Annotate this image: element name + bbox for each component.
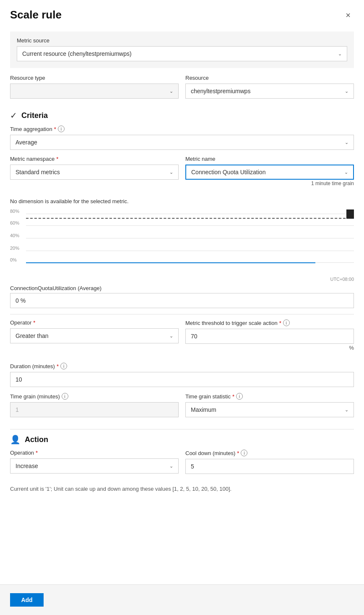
- resource-label: Resource: [185, 75, 354, 81]
- time-aggregation-required: *: [54, 126, 56, 132]
- chart-black-fill: [346, 209, 354, 219]
- metric-source-label: Metric source: [17, 37, 347, 44]
- chart-blue-line: [26, 262, 315, 263]
- time-grain-statistic-group: Time grain statistic * i Maximum ⌄: [185, 393, 354, 417]
- chart-gridline-80: [26, 214, 354, 214]
- time-aggregation-info-icon[interactable]: i: [58, 126, 65, 132]
- time-grain-minutes-info-icon[interactable]: i: [62, 393, 68, 400]
- cooldown-input[interactable]: [185, 459, 354, 474]
- cooldown-group: Cool down (minutes) * i: [185, 450, 354, 474]
- operator-required: *: [33, 319, 35, 326]
- chart-gridline-60: [26, 225, 354, 226]
- time-grain-statistic-chevron-icon: ⌄: [345, 407, 348, 413]
- threshold-label: Metric threshold to trigger scale action…: [185, 319, 354, 326]
- duration-required: *: [57, 363, 59, 369]
- chart-gridline-20: [26, 251, 354, 251]
- metric-value-label: ConnectionQuotaUtilization (Average): [10, 285, 354, 291]
- metric-value-input[interactable]: [10, 293, 354, 308]
- operation-select[interactable]: Increase ⌄: [10, 458, 179, 474]
- time-grain-statistic-select[interactable]: Maximum ⌄: [185, 402, 354, 417]
- resource-group: Resource chenyltestpremiumwps ⌄: [185, 75, 354, 99]
- chart-label-40: 40%: [10, 233, 19, 238]
- time-grain-minutes-input[interactable]: [10, 402, 179, 417]
- chart-dashed-line: [26, 218, 354, 219]
- no-dimension-message: No dimension is available for the select…: [10, 198, 354, 204]
- close-button[interactable]: ×: [342, 9, 354, 21]
- panel-title: Scale rule: [10, 8, 62, 21]
- time-grain-statistic-info-icon[interactable]: i: [236, 393, 243, 400]
- duration-info-icon[interactable]: i: [60, 363, 67, 369]
- chart-label-0: 0%: [10, 257, 17, 262]
- resource-chevron-icon: ⌄: [345, 89, 348, 94]
- time-aggregation-select[interactable]: Average ⌄: [10, 135, 354, 150]
- metric-namespace-select[interactable]: Standard metrics ⌄: [10, 165, 179, 180]
- resource-type-group: Resource type ⌄: [10, 75, 179, 99]
- chart-label-60: 60%: [10, 220, 19, 225]
- metric-value-group: ConnectionQuotaUtilization (Average): [10, 285, 354, 308]
- resource-select[interactable]: chenyltestpremiumwps ⌄: [185, 84, 354, 99]
- metric-namespace-group: Metric namespace * Standard metrics ⌄: [10, 156, 179, 186]
- operator-select[interactable]: Greater than ⌄: [10, 328, 179, 343]
- metric-name-chevron-icon: ⌄: [344, 170, 348, 175]
- time-aggregation-label: Time aggregation * i: [10, 126, 354, 132]
- utc-label: UTC+08:00: [10, 277, 354, 282]
- scale-rule-panel: Scale rule × Metric source Current resou…: [0, 0, 364, 615]
- operator-threshold-row: Operator * Greater than ⌄ Metric thresho…: [10, 319, 354, 357]
- metric-name-group: Metric name Connection Quota Utilization…: [185, 156, 354, 186]
- cooldown-info-icon[interactable]: i: [241, 450, 247, 456]
- chart-label-20: 20%: [10, 246, 19, 251]
- footer-bar: Add: [0, 584, 364, 615]
- hint-text: Current unit is '1'; Unit can scale up a…: [10, 486, 354, 492]
- action-title: Action: [25, 435, 48, 444]
- metric-name-select[interactable]: Connection Quota Utilization ⌄: [185, 165, 354, 180]
- threshold-group: Metric threshold to trigger scale action…: [185, 319, 354, 351]
- resource-type-label: Resource type: [10, 75, 179, 81]
- threshold-required: *: [279, 320, 281, 326]
- time-grain-minutes-group: Time grain (minutes) i: [10, 393, 179, 417]
- duration-input[interactable]: [10, 372, 354, 387]
- time-grain-minutes-label: Time grain (minutes) i: [10, 393, 179, 400]
- threshold-info-icon[interactable]: i: [283, 319, 290, 326]
- time-aggregation-group: Time aggregation * i Average ⌄: [10, 126, 354, 150]
- chart-area: 80% 60% 40% 20%: [10, 208, 354, 267]
- metric-namespace-label: Metric namespace *: [10, 156, 179, 162]
- metric-namespace-chevron-icon: ⌄: [169, 170, 173, 175]
- criteria-icon: ✓: [10, 110, 17, 120]
- metric-source-section: Metric source Current resource (chenylte…: [10, 31, 354, 68]
- operation-group: Operation * Increase ⌄: [10, 450, 179, 474]
- chart-label-80: 80%: [10, 209, 19, 214]
- criteria-section: ✓ Criteria Time aggregation * i Average …: [10, 110, 354, 423]
- add-button[interactable]: Add: [10, 593, 44, 607]
- operator-chevron-icon: ⌄: [169, 333, 173, 339]
- operation-label: Operation *: [10, 450, 179, 456]
- metric-namespace-required: *: [56, 156, 58, 162]
- resource-type-select[interactable]: ⌄: [10, 84, 179, 99]
- resource-type-chevron-icon: ⌄: [169, 89, 173, 94]
- cooldown-required: *: [237, 450, 239, 456]
- divider-2: [10, 429, 354, 429]
- action-icon: 👤: [10, 434, 21, 445]
- criteria-header: ✓ Criteria: [10, 110, 354, 120]
- metric-namespace-row: Metric namespace * Standard metrics ⌄ Me…: [10, 156, 354, 192]
- time-grain-note: 1 minute time grain: [185, 181, 354, 186]
- panel-header: Scale rule ×: [0, 0, 364, 28]
- duration-label: Duration (minutes) * i: [10, 363, 354, 369]
- metric-source-select[interactable]: Current resource (chenyltestpremiumwps) …: [17, 46, 347, 61]
- metric-source-chevron-icon: ⌄: [338, 51, 342, 57]
- panel-body-inner: Metric source Current resource (chenylte…: [10, 28, 354, 492]
- threshold-unit: %: [185, 345, 354, 351]
- time-aggregation-chevron-icon: ⌄: [345, 140, 348, 145]
- operation-required: *: [36, 450, 38, 456]
- resource-row: Resource type ⌄ Resource chenyltestpremi…: [10, 75, 354, 105]
- metric-name-label: Metric name: [185, 156, 354, 162]
- action-section: 👤 Action Operation * Increase ⌄: [10, 434, 354, 492]
- cooldown-label: Cool down (minutes) * i: [185, 450, 354, 456]
- panel-body: Metric source Current resource (chenylte…: [0, 28, 364, 584]
- action-header: 👤 Action: [10, 434, 354, 445]
- operator-label: Operator *: [10, 319, 179, 326]
- operation-chevron-icon: ⌄: [169, 463, 173, 469]
- divider-1: [10, 314, 354, 314]
- operation-cooldown-row: Operation * Increase ⌄ Cool down (minute…: [10, 450, 354, 480]
- threshold-input[interactable]: [185, 329, 354, 344]
- criteria-title: Criteria: [21, 111, 48, 120]
